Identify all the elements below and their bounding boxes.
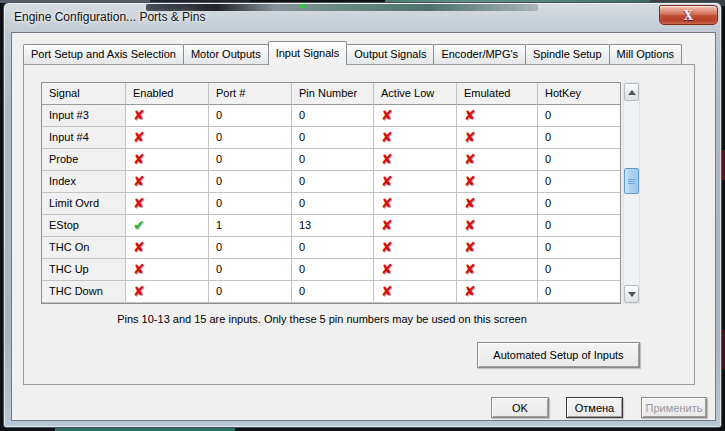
hotkey-cell[interactable]: 0: [538, 193, 620, 215]
table-row: Limit Ovrd✘00✘✘0: [42, 193, 620, 215]
table-row: Probe✘00✘✘0: [42, 149, 620, 171]
active-low-cell[interactable]: ✘: [374, 259, 457, 281]
pin-number-cell[interactable]: 0: [292, 127, 374, 149]
port-number-cell[interactable]: 0: [209, 259, 292, 281]
tab-output-signals[interactable]: Output Signals: [346, 44, 434, 64]
emulated-cell[interactable]: ✘: [457, 193, 538, 215]
enabled-cell[interactable]: ✘: [126, 105, 209, 127]
thumb-grip-icon: [628, 179, 635, 184]
red-cross-icon: ✘: [133, 173, 145, 189]
enabled-cell[interactable]: ✘: [126, 237, 209, 259]
close-button[interactable]: X: [659, 5, 718, 25]
red-cross-icon: ✘: [464, 129, 476, 145]
port-number-cell[interactable]: 0: [209, 149, 292, 171]
hotkey-cell[interactable]: 0: [538, 171, 620, 193]
emulated-cell[interactable]: ✘: [457, 281, 538, 303]
tab-bar: Port Setup and Axis Selection Motor Outp…: [23, 41, 681, 64]
apply-button: Применить: [641, 397, 707, 418]
pin-number-cell[interactable]: 13: [292, 215, 374, 237]
active-low-cell[interactable]: ✘: [374, 149, 457, 171]
tab-port-setup-and-axis-selection[interactable]: Port Setup and Axis Selection: [23, 44, 184, 64]
port-number-cell[interactable]: 0: [209, 127, 292, 149]
signal-table-body: Input #3✘00✘✘0Input #4✘00✘✘0Probe✘00✘✘0I…: [42, 105, 620, 303]
scroll-up-button[interactable]: [624, 83, 639, 101]
signal-name-cell: Input #4: [42, 127, 126, 149]
port-number-cell[interactable]: 0: [209, 171, 292, 193]
active-low-cell[interactable]: ✘: [374, 215, 457, 237]
hotkey-cell[interactable]: 0: [538, 127, 620, 149]
cancel-button[interactable]: Отмена: [566, 397, 623, 418]
background-fragment: [300, 4, 305, 8]
hotkey-cell[interactable]: 0: [538, 237, 620, 259]
active-low-cell[interactable]: ✘: [374, 281, 457, 303]
tab-mill-options[interactable]: Mill Options: [609, 44, 682, 64]
table-row: THC Down✘00✘✘0: [42, 281, 620, 303]
red-cross-icon: ✘: [381, 283, 393, 299]
table-row: EStop✔113✘✘0: [42, 215, 620, 237]
ok-button[interactable]: OK: [491, 397, 549, 418]
active-low-cell[interactable]: ✘: [374, 105, 457, 127]
emulated-cell[interactable]: ✘: [457, 149, 538, 171]
pin-number-cell[interactable]: 0: [292, 237, 374, 259]
automated-setup-button[interactable]: Automated Setup of Inputs: [477, 342, 640, 368]
emulated-cell[interactable]: ✘: [457, 237, 538, 259]
enabled-cell[interactable]: ✘: [126, 127, 209, 149]
scroll-down-button[interactable]: [624, 285, 639, 303]
hotkey-cell[interactable]: 0: [538, 149, 620, 171]
column-header-port: Port #: [209, 83, 292, 105]
pin-number-cell[interactable]: 0: [292, 259, 374, 281]
tab-motor-outputs[interactable]: Motor Outputs: [183, 44, 269, 64]
enabled-cell[interactable]: ✘: [126, 171, 209, 193]
close-icon: X: [684, 9, 693, 23]
tab-encoder-mpgs[interactable]: Encoder/MPG's: [433, 44, 526, 64]
active-low-cell[interactable]: ✘: [374, 171, 457, 193]
emulated-cell[interactable]: ✘: [457, 127, 538, 149]
emulated-cell[interactable]: ✘: [457, 105, 538, 127]
enabled-cell[interactable]: ✘: [126, 259, 209, 281]
column-header-active-low: Active Low: [374, 83, 457, 105]
red-cross-icon: ✘: [464, 151, 476, 167]
active-low-cell[interactable]: ✘: [374, 193, 457, 215]
port-number-cell[interactable]: 0: [209, 193, 292, 215]
hotkey-cell[interactable]: 0: [538, 281, 620, 303]
red-cross-icon: ✘: [133, 283, 145, 299]
pin-number-cell[interactable]: 0: [292, 193, 374, 215]
enabled-cell[interactable]: ✘: [126, 193, 209, 215]
green-check-icon: ✔: [133, 217, 145, 233]
signal-name-cell: Input #3: [42, 105, 126, 127]
port-number-cell[interactable]: 0: [209, 105, 292, 127]
pin-number-cell[interactable]: 0: [292, 105, 374, 127]
pin-number-cell[interactable]: 0: [292, 281, 374, 303]
pin-number-cell[interactable]: 0: [292, 171, 374, 193]
signal-name-cell: Limit Ovrd: [42, 193, 126, 215]
emulated-cell[interactable]: ✘: [457, 215, 538, 237]
pin-number-cell[interactable]: 0: [292, 149, 374, 171]
pins-note: Pins 10-13 and 15 are inputs. Only these…: [52, 313, 592, 325]
hotkey-cell[interactable]: 0: [538, 259, 620, 281]
tab-spindle-setup[interactable]: Spindle Setup: [525, 44, 610, 64]
scrollbar-thumb[interactable]: [624, 168, 639, 194]
tab-input-signals[interactable]: Input Signals: [268, 41, 348, 65]
signal-name-cell: Index: [42, 171, 126, 193]
hotkey-cell[interactable]: 0: [538, 105, 620, 127]
red-cross-icon: ✘: [381, 195, 393, 211]
red-cross-icon: ✘: [464, 195, 476, 211]
signal-name-cell: THC On: [42, 237, 126, 259]
red-cross-icon: ✘: [133, 151, 145, 167]
column-header-pin-number: Pin Number: [292, 83, 374, 105]
port-number-cell[interactable]: 1: [209, 215, 292, 237]
emulated-cell[interactable]: ✘: [457, 171, 538, 193]
active-low-cell[interactable]: ✘: [374, 127, 457, 149]
port-number-cell[interactable]: 0: [209, 237, 292, 259]
table-scrollbar[interactable]: [623, 82, 640, 304]
active-low-cell[interactable]: ✘: [374, 237, 457, 259]
enabled-cell[interactable]: ✔: [126, 215, 209, 237]
enabled-cell[interactable]: ✘: [126, 149, 209, 171]
enabled-cell[interactable]: ✘: [126, 281, 209, 303]
port-number-cell[interactable]: 0: [209, 281, 292, 303]
hotkey-cell[interactable]: 0: [538, 215, 620, 237]
red-cross-icon: ✘: [381, 173, 393, 189]
table-row: Index✘00✘✘0: [42, 171, 620, 193]
emulated-cell[interactable]: ✘: [457, 259, 538, 281]
table-row: Input #3✘00✘✘0: [42, 105, 620, 127]
